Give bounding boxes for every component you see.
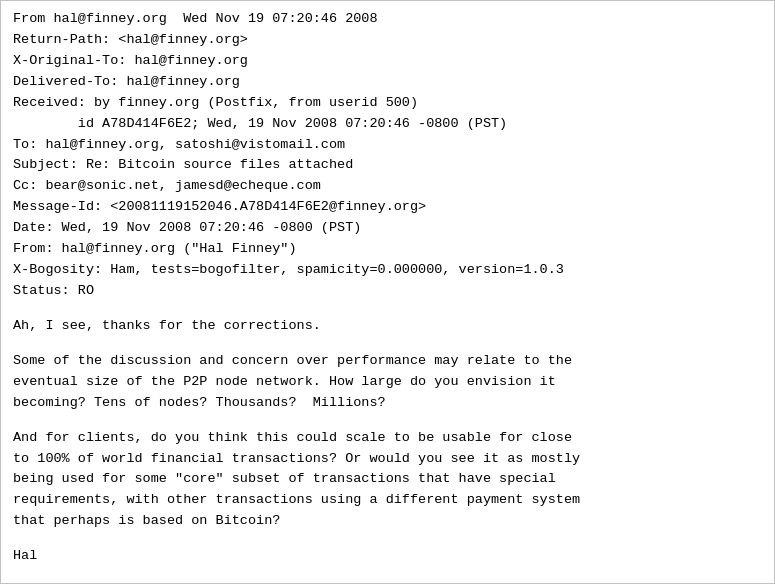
header-received-1: Received: by finney.org (Postfix, from u…: [13, 93, 762, 114]
header-status: Status: RO: [13, 281, 762, 302]
header-x-original-to: X-Original-To: hal@finney.org: [13, 51, 762, 72]
header-message-id: Message-Id: <20081119152046.A78D414F6E2@…: [13, 197, 762, 218]
email-body: Ah, I see, thanks for the corrections. S…: [13, 316, 762, 567]
header-date: Date: Wed, 19 Nov 2008 07:20:46 -0800 (P…: [13, 218, 762, 239]
body-paragraph-3: And for clients, do you think this could…: [13, 428, 762, 533]
body-paragraph-1: Ah, I see, thanks for the corrections.: [13, 316, 762, 337]
email-headers: From hal@finney.org Wed Nov 19 07:20:46 …: [13, 9, 762, 302]
header-cc: Cc: bear@sonic.net, jamesd@echeque.com: [13, 176, 762, 197]
header-from: From: hal@finney.org ("Hal Finney"): [13, 239, 762, 260]
body-paragraph-2: Some of the discussion and concern over …: [13, 351, 762, 414]
header-from-envelope: From hal@finney.org Wed Nov 19 07:20:46 …: [13, 9, 762, 30]
header-to: To: hal@finney.org, satoshi@vistomail.co…: [13, 135, 762, 156]
header-delivered-to: Delivered-To: hal@finney.org: [13, 72, 762, 93]
header-return-path: Return-Path: <hal@finney.org>: [13, 30, 762, 51]
email-container: From hal@finney.org Wed Nov 19 07:20:46 …: [0, 0, 775, 584]
header-x-bogosity: X-Bogosity: Ham, tests=bogofilter, spami…: [13, 260, 762, 281]
header-received-2: id A78D414F6E2; Wed, 19 Nov 2008 07:20:4…: [13, 114, 762, 135]
header-subject: Subject: Re: Bitcoin source files attach…: [13, 155, 762, 176]
email-signature: Hal: [13, 546, 762, 567]
